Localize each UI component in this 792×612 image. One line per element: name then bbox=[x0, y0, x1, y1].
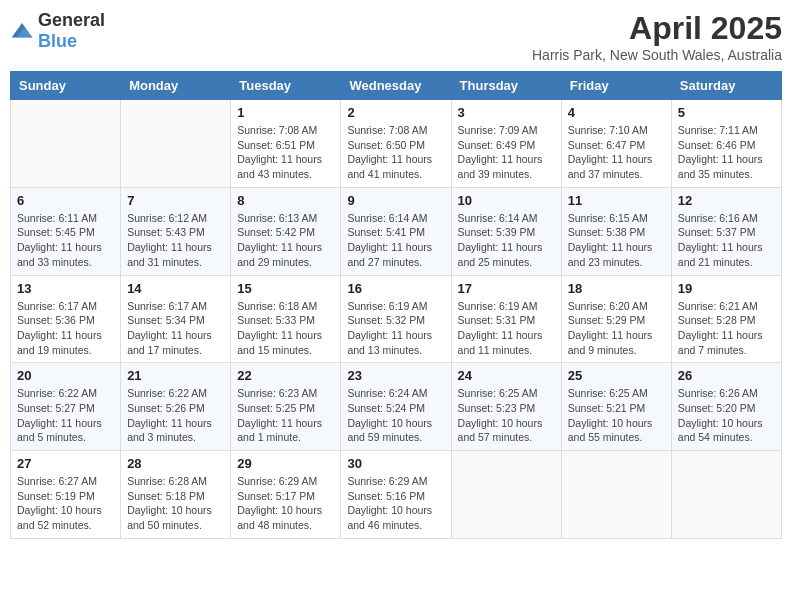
calendar-cell: 5Sunrise: 7:11 AMSunset: 6:46 PMDaylight… bbox=[671, 100, 781, 188]
day-info: Sunrise: 6:23 AMSunset: 5:25 PMDaylight:… bbox=[237, 386, 334, 445]
calendar-cell: 14Sunrise: 6:17 AMSunset: 5:34 PMDayligh… bbox=[121, 275, 231, 363]
calendar-week-row: 27Sunrise: 6:27 AMSunset: 5:19 PMDayligh… bbox=[11, 451, 782, 539]
day-info: Sunrise: 6:25 AMSunset: 5:23 PMDaylight:… bbox=[458, 386, 555, 445]
logo: General Blue bbox=[10, 10, 105, 52]
calendar-cell: 7Sunrise: 6:12 AMSunset: 5:43 PMDaylight… bbox=[121, 187, 231, 275]
title-block: April 2025 Harris Park, New South Wales,… bbox=[532, 10, 782, 63]
day-number: 14 bbox=[127, 281, 224, 296]
day-number: 1 bbox=[237, 105, 334, 120]
day-info: Sunrise: 6:26 AMSunset: 5:20 PMDaylight:… bbox=[678, 386, 775, 445]
weekday-header-cell: Friday bbox=[561, 72, 671, 100]
weekday-header-cell: Saturday bbox=[671, 72, 781, 100]
calendar-cell: 19Sunrise: 6:21 AMSunset: 5:28 PMDayligh… bbox=[671, 275, 781, 363]
calendar-cell: 18Sunrise: 6:20 AMSunset: 5:29 PMDayligh… bbox=[561, 275, 671, 363]
weekday-header-cell: Sunday bbox=[11, 72, 121, 100]
day-info: Sunrise: 7:09 AMSunset: 6:49 PMDaylight:… bbox=[458, 123, 555, 182]
day-info: Sunrise: 6:14 AMSunset: 5:39 PMDaylight:… bbox=[458, 211, 555, 270]
day-number: 29 bbox=[237, 456, 334, 471]
day-number: 13 bbox=[17, 281, 114, 296]
calendar-cell: 24Sunrise: 6:25 AMSunset: 5:23 PMDayligh… bbox=[451, 363, 561, 451]
logo-general: General bbox=[38, 10, 105, 30]
day-number: 26 bbox=[678, 368, 775, 383]
calendar-cell: 6Sunrise: 6:11 AMSunset: 5:45 PMDaylight… bbox=[11, 187, 121, 275]
day-info: Sunrise: 6:19 AMSunset: 5:32 PMDaylight:… bbox=[347, 299, 444, 358]
day-number: 20 bbox=[17, 368, 114, 383]
weekday-header-cell: Thursday bbox=[451, 72, 561, 100]
day-number: 16 bbox=[347, 281, 444, 296]
day-info: Sunrise: 6:13 AMSunset: 5:42 PMDaylight:… bbox=[237, 211, 334, 270]
calendar-cell: 15Sunrise: 6:18 AMSunset: 5:33 PMDayligh… bbox=[231, 275, 341, 363]
calendar-cell: 26Sunrise: 6:26 AMSunset: 5:20 PMDayligh… bbox=[671, 363, 781, 451]
logo-icon bbox=[10, 21, 34, 41]
day-info: Sunrise: 6:14 AMSunset: 5:41 PMDaylight:… bbox=[347, 211, 444, 270]
day-number: 4 bbox=[568, 105, 665, 120]
day-info: Sunrise: 6:17 AMSunset: 5:36 PMDaylight:… bbox=[17, 299, 114, 358]
day-number: 24 bbox=[458, 368, 555, 383]
calendar-cell: 3Sunrise: 7:09 AMSunset: 6:49 PMDaylight… bbox=[451, 100, 561, 188]
day-number: 22 bbox=[237, 368, 334, 383]
day-number: 5 bbox=[678, 105, 775, 120]
day-number: 12 bbox=[678, 193, 775, 208]
day-info: Sunrise: 6:17 AMSunset: 5:34 PMDaylight:… bbox=[127, 299, 224, 358]
day-number: 10 bbox=[458, 193, 555, 208]
day-info: Sunrise: 6:18 AMSunset: 5:33 PMDaylight:… bbox=[237, 299, 334, 358]
calendar: SundayMondayTuesdayWednesdayThursdayFrid… bbox=[10, 71, 782, 539]
day-number: 7 bbox=[127, 193, 224, 208]
day-number: 3 bbox=[458, 105, 555, 120]
day-info: Sunrise: 6:22 AMSunset: 5:26 PMDaylight:… bbox=[127, 386, 224, 445]
calendar-week-row: 20Sunrise: 6:22 AMSunset: 5:27 PMDayligh… bbox=[11, 363, 782, 451]
location-title: Harris Park, New South Wales, Australia bbox=[532, 47, 782, 63]
day-number: 17 bbox=[458, 281, 555, 296]
calendar-cell: 27Sunrise: 6:27 AMSunset: 5:19 PMDayligh… bbox=[11, 451, 121, 539]
day-info: Sunrise: 6:29 AMSunset: 5:16 PMDaylight:… bbox=[347, 474, 444, 533]
day-info: Sunrise: 7:10 AMSunset: 6:47 PMDaylight:… bbox=[568, 123, 665, 182]
calendar-cell: 21Sunrise: 6:22 AMSunset: 5:26 PMDayligh… bbox=[121, 363, 231, 451]
weekday-header-cell: Wednesday bbox=[341, 72, 451, 100]
logo-blue: Blue bbox=[38, 31, 77, 51]
calendar-week-row: 1Sunrise: 7:08 AMSunset: 6:51 PMDaylight… bbox=[11, 100, 782, 188]
day-info: Sunrise: 7:08 AMSunset: 6:50 PMDaylight:… bbox=[347, 123, 444, 182]
calendar-cell: 4Sunrise: 7:10 AMSunset: 6:47 PMDaylight… bbox=[561, 100, 671, 188]
day-number: 21 bbox=[127, 368, 224, 383]
weekday-header-cell: Monday bbox=[121, 72, 231, 100]
calendar-cell: 20Sunrise: 6:22 AMSunset: 5:27 PMDayligh… bbox=[11, 363, 121, 451]
day-number: 2 bbox=[347, 105, 444, 120]
calendar-body: 1Sunrise: 7:08 AMSunset: 6:51 PMDaylight… bbox=[11, 100, 782, 539]
day-number: 15 bbox=[237, 281, 334, 296]
calendar-cell bbox=[451, 451, 561, 539]
calendar-cell: 2Sunrise: 7:08 AMSunset: 6:50 PMDaylight… bbox=[341, 100, 451, 188]
day-number: 11 bbox=[568, 193, 665, 208]
day-info: Sunrise: 6:19 AMSunset: 5:31 PMDaylight:… bbox=[458, 299, 555, 358]
day-info: Sunrise: 6:15 AMSunset: 5:38 PMDaylight:… bbox=[568, 211, 665, 270]
calendar-cell bbox=[561, 451, 671, 539]
day-number: 27 bbox=[17, 456, 114, 471]
calendar-week-row: 13Sunrise: 6:17 AMSunset: 5:36 PMDayligh… bbox=[11, 275, 782, 363]
day-number: 30 bbox=[347, 456, 444, 471]
calendar-cell: 11Sunrise: 6:15 AMSunset: 5:38 PMDayligh… bbox=[561, 187, 671, 275]
day-info: Sunrise: 6:11 AMSunset: 5:45 PMDaylight:… bbox=[17, 211, 114, 270]
calendar-cell: 12Sunrise: 6:16 AMSunset: 5:37 PMDayligh… bbox=[671, 187, 781, 275]
calendar-cell: 28Sunrise: 6:28 AMSunset: 5:18 PMDayligh… bbox=[121, 451, 231, 539]
page-header: General Blue April 2025 Harris Park, New… bbox=[10, 10, 782, 63]
day-info: Sunrise: 6:28 AMSunset: 5:18 PMDaylight:… bbox=[127, 474, 224, 533]
calendar-cell: 16Sunrise: 6:19 AMSunset: 5:32 PMDayligh… bbox=[341, 275, 451, 363]
day-number: 9 bbox=[347, 193, 444, 208]
day-info: Sunrise: 7:11 AMSunset: 6:46 PMDaylight:… bbox=[678, 123, 775, 182]
calendar-cell: 17Sunrise: 6:19 AMSunset: 5:31 PMDayligh… bbox=[451, 275, 561, 363]
month-title: April 2025 bbox=[532, 10, 782, 47]
day-info: Sunrise: 6:21 AMSunset: 5:28 PMDaylight:… bbox=[678, 299, 775, 358]
day-info: Sunrise: 6:25 AMSunset: 5:21 PMDaylight:… bbox=[568, 386, 665, 445]
day-number: 8 bbox=[237, 193, 334, 208]
day-number: 28 bbox=[127, 456, 224, 471]
calendar-cell: 22Sunrise: 6:23 AMSunset: 5:25 PMDayligh… bbox=[231, 363, 341, 451]
calendar-cell bbox=[121, 100, 231, 188]
logo-text: General Blue bbox=[38, 10, 105, 52]
day-number: 25 bbox=[568, 368, 665, 383]
calendar-cell: 13Sunrise: 6:17 AMSunset: 5:36 PMDayligh… bbox=[11, 275, 121, 363]
calendar-cell: 1Sunrise: 7:08 AMSunset: 6:51 PMDaylight… bbox=[231, 100, 341, 188]
calendar-cell: 23Sunrise: 6:24 AMSunset: 5:24 PMDayligh… bbox=[341, 363, 451, 451]
day-number: 19 bbox=[678, 281, 775, 296]
day-number: 6 bbox=[17, 193, 114, 208]
calendar-cell: 30Sunrise: 6:29 AMSunset: 5:16 PMDayligh… bbox=[341, 451, 451, 539]
calendar-cell bbox=[11, 100, 121, 188]
